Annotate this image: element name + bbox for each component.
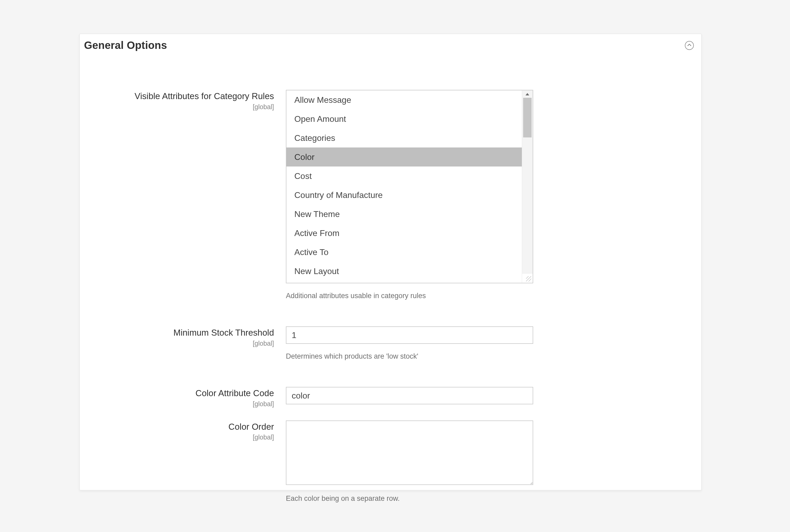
field-label: Visible Attributes for Category Rules xyxy=(134,91,274,101)
field-scope: [global] xyxy=(80,340,274,347)
field-color-order: Color Order [global] Each color being on… xyxy=(80,420,701,503)
field-scope: [global] xyxy=(80,103,274,111)
multiselect-options: Allow MessageOpen AmountCategoriesColorC… xyxy=(286,90,522,283)
color-order-textarea[interactable] xyxy=(286,420,533,485)
chevron-up-icon xyxy=(687,43,691,48)
multiselect-option[interactable]: Active To xyxy=(286,243,522,262)
panel-title: General Options xyxy=(84,39,167,51)
field-visible-attributes: Visible Attributes for Category Rules [g… xyxy=(80,90,701,300)
multiselect-option[interactable]: Open Amount xyxy=(286,109,522,129)
scroll-up-button[interactable] xyxy=(522,90,533,98)
control-col: Determines which products are 'low stock… xyxy=(286,326,533,360)
collapse-toggle[interactable] xyxy=(685,41,694,50)
control-col: Allow MessageOpen AmountCategoriesColorC… xyxy=(286,90,533,300)
multiselect-option[interactable]: Cost xyxy=(286,167,522,186)
field-scope: [global] xyxy=(80,433,274,441)
label-col: Color Order [global] xyxy=(80,420,286,441)
resize-grip[interactable] xyxy=(522,273,533,283)
min-stock-input[interactable] xyxy=(286,326,533,344)
multiselect-option[interactable]: New Theme xyxy=(286,205,522,224)
label-col: Color Attribute Code [global] xyxy=(80,387,286,408)
field-note: Determines which products are 'low stock… xyxy=(286,352,533,360)
multiselect-option[interactable]: New Layout xyxy=(286,262,522,281)
field-label: Color Order xyxy=(229,422,274,432)
field-scope: [global] xyxy=(80,400,274,408)
control-col xyxy=(286,387,533,404)
scroll-thumb[interactable] xyxy=(523,98,532,137)
field-note: Each color being on a separate row. xyxy=(286,494,533,503)
color-code-input[interactable] xyxy=(286,387,533,404)
field-color-code: Color Attribute Code [global] xyxy=(80,387,701,408)
multiselect-option[interactable]: Categories xyxy=(286,129,522,148)
control-col: Each color being on a separate row. xyxy=(286,420,533,503)
field-note: Additional attributes usable in category… xyxy=(286,292,533,300)
multiselect-option[interactable]: Allow Message xyxy=(286,90,522,109)
label-col: Visible Attributes for Category Rules [g… xyxy=(80,90,286,111)
field-label: Color Attribute Code xyxy=(195,388,274,398)
label-col: Minimum Stock Threshold [global] xyxy=(80,326,286,347)
multiselect-option[interactable]: Color xyxy=(286,148,522,167)
panel-header: General Options xyxy=(80,34,701,58)
multiselect-option[interactable]: Country of Manufacture xyxy=(286,186,522,205)
visible-attributes-multiselect[interactable]: Allow MessageOpen AmountCategoriesColorC… xyxy=(286,90,533,283)
scroll-track[interactable] xyxy=(522,98,533,276)
general-options-panel: General Options Visible Attributes for C… xyxy=(79,34,702,491)
field-label: Minimum Stock Threshold xyxy=(173,328,274,338)
multiselect-option[interactable]: Active From xyxy=(286,224,522,243)
field-min-stock: Minimum Stock Threshold [global] Determi… xyxy=(80,326,701,360)
multiselect-scrollbar[interactable] xyxy=(522,90,533,283)
triangle-up-icon xyxy=(525,93,529,95)
fields-container: Visible Attributes for Category Rules [g… xyxy=(80,58,701,503)
